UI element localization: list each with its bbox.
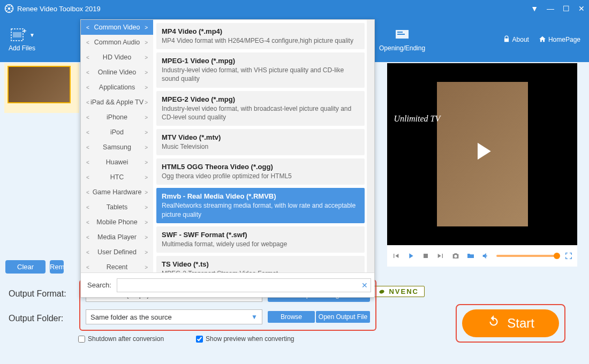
format-category-item[interactable]: <User Defined> <box>81 245 153 260</box>
chevron-right-icon: > <box>145 70 148 75</box>
close-icon[interactable]: ✕ <box>578 4 585 13</box>
clear-button[interactable]: Clear <box>5 260 46 274</box>
format-item-title: MP4 Video (*.mp4) <box>162 27 359 35</box>
folder-icon[interactable] <box>466 252 475 260</box>
format-search-row: Search: ✕ <box>81 272 374 297</box>
clear-search-icon[interactable]: ✕ <box>361 281 368 290</box>
video-watermark: Unlimited TV <box>394 114 441 124</box>
chevron-right-icon: > <box>145 219 148 225</box>
refresh-icon <box>487 315 501 332</box>
format-category-list: <Common Video><Common Audio><HD Video><O… <box>81 20 153 272</box>
format-category-item[interactable]: <Common Audio> <box>81 35 153 50</box>
play-icon[interactable] <box>406 252 415 260</box>
format-list: MP4 Video (*.mp4)MP4 Video format with H… <box>153 20 367 272</box>
format-category-item[interactable]: <Common Video> <box>81 20 153 35</box>
search-label: Search: <box>87 281 111 289</box>
format-item-title: MPEG-1 Video (*.mpg) <box>162 57 359 65</box>
format-category-item[interactable]: <Game Hardware> <box>81 185 153 200</box>
format-item[interactable]: HTML5 OGG Theora Video (*.ogg)Ogg theora… <box>156 158 365 185</box>
window-controls: ▼ — ☐ ✕ <box>531 4 585 13</box>
format-item-title: MPEG-2 Video (*.mpg) <box>162 95 359 103</box>
format-item-desc: MP4 Video format with H264/MPEG-4 config… <box>162 36 359 45</box>
format-category-item[interactable]: <Media Player> <box>81 230 153 245</box>
open-output-folder-button[interactable]: Open Output File <box>316 311 370 323</box>
maximize-icon[interactable]: ☐ <box>563 4 570 13</box>
format-item-desc: Ogg theora video profile optimized for H… <box>162 172 359 180</box>
chevron-right-icon: > <box>145 175 148 180</box>
add-files-button[interactable]: + ▼ Add Files <box>9 27 35 52</box>
remove-button[interactable]: Remove <box>50 260 64 274</box>
format-category-item[interactable]: <iPhone> <box>81 110 153 125</box>
format-category-item[interactable]: <HTC> <box>81 170 153 185</box>
svg-rect-3 <box>13 32 21 37</box>
about-link[interactable]: About <box>503 35 529 44</box>
chevron-right-icon: > <box>145 204 148 210</box>
format-category-item[interactable]: <Mobile Phone> <box>81 215 153 230</box>
format-category-item[interactable]: <Tablets> <box>81 200 153 215</box>
preview-player: Unlimited TV <box>387 63 577 267</box>
title-bar: Renee Video Toolbox 2019 ▼ — ☐ ✕ <box>0 0 589 17</box>
preview-checkbox[interactable]: Show preview when converting <box>196 335 294 343</box>
format-category-item[interactable]: <Recent> <box>81 260 153 272</box>
chevron-right-icon: > <box>145 234 148 240</box>
format-item[interactable]: Rmvb - Real Media Video (*.RMVB)RealNetw… <box>156 188 365 223</box>
format-item-title: SWF - SWF Format (*.swf) <box>162 231 359 239</box>
chevron-right-icon: > <box>145 130 148 135</box>
format-category-item[interactable]: <Applications> <box>81 80 153 95</box>
stop-icon[interactable] <box>421 252 430 260</box>
format-category-item[interactable]: <Huawei> <box>81 155 153 170</box>
chevron-right-icon: > <box>145 55 148 60</box>
output-folder-label: Output Folder: <box>9 314 73 323</box>
thumb-row[interactable] <box>4 63 79 113</box>
svg-point-1 <box>8 7 11 10</box>
format-category-item[interactable]: <Online Video> <box>81 65 153 80</box>
format-category-item[interactable]: <iPad && Apple TV> <box>81 95 153 110</box>
format-item[interactable]: TS Video (*.ts)MPEG-2 Transport Stream V… <box>156 256 365 272</box>
chevron-right-icon: > <box>145 160 148 165</box>
format-item[interactable]: MTV Video (*.mtv)Music Television <box>156 129 365 155</box>
fullscreen-icon[interactable] <box>564 252 573 260</box>
opening-ending-icon <box>392 27 412 42</box>
caret-down-icon: ▼ <box>251 313 258 321</box>
format-item[interactable]: MPEG-1 Video (*.mpg)Industry-level video… <box>156 52 365 87</box>
app-logo-icon <box>4 4 14 13</box>
chevron-right-icon: > <box>145 145 148 150</box>
format-item[interactable]: MP4 Video (*.mp4)MP4 Video format with H… <box>156 23 365 49</box>
next-icon[interactable] <box>436 252 445 260</box>
dropdown-caret-icon[interactable]: ▼ <box>531 4 538 13</box>
app-title: Renee Video Toolbox 2019 <box>17 5 531 13</box>
format-item-desc: Multimedia format, widely used for webpa… <box>162 240 359 248</box>
scrollbar[interactable] <box>367 20 374 272</box>
volume-icon[interactable] <box>481 252 490 260</box>
output-format-label: Output Format: <box>9 289 73 299</box>
format-search-input[interactable] <box>117 278 371 292</box>
chevron-right-icon: > <box>145 264 148 270</box>
output-folder-select[interactable]: Same folder as the source ▼ <box>86 309 262 324</box>
svg-rect-8 <box>424 254 428 258</box>
add-files-label: Add Files <box>9 44 35 52</box>
format-item[interactable]: MPEG-2 Video (*.mpg)Industry-level video… <box>156 91 365 126</box>
shutdown-checkbox[interactable]: Shutdown after conversion <box>78 335 164 343</box>
camera-icon[interactable] <box>451 252 460 260</box>
volume-slider[interactable] <box>496 255 558 257</box>
format-category-item[interactable]: <HD Video> <box>81 50 153 65</box>
home-icon <box>539 35 546 44</box>
start-button[interactable]: Start <box>462 309 559 337</box>
video-thumbnail[interactable] <box>7 66 71 103</box>
chevron-right-icon: > <box>145 40 148 46</box>
minimize-icon[interactable]: — <box>547 4 554 13</box>
browse-button[interactable]: Browse <box>268 311 315 323</box>
opening-ending-button[interactable]: Opening/Ending <box>379 27 425 52</box>
format-category-item[interactable]: <Samsung> <box>81 140 153 155</box>
format-category-item[interactable]: <iPod> <box>81 125 153 140</box>
format-item[interactable]: SWF - SWF Format (*.swf)Multimedia forma… <box>156 226 365 253</box>
play-overlay-icon[interactable] <box>468 137 497 172</box>
homepage-link[interactable]: HomePage <box>539 35 580 44</box>
clear-remove-row: Clear Remove <box>5 260 64 274</box>
player-canvas[interactable]: Unlimited TV <box>387 63 577 245</box>
format-item-desc: RealNetworks streaming media format, wit… <box>162 201 359 218</box>
prev-icon[interactable] <box>391 252 400 260</box>
chevron-right-icon: > <box>145 249 148 255</box>
filmstrip-add-icon: + <box>9 27 28 42</box>
opening-ending-label: Opening/Ending <box>379 44 425 52</box>
